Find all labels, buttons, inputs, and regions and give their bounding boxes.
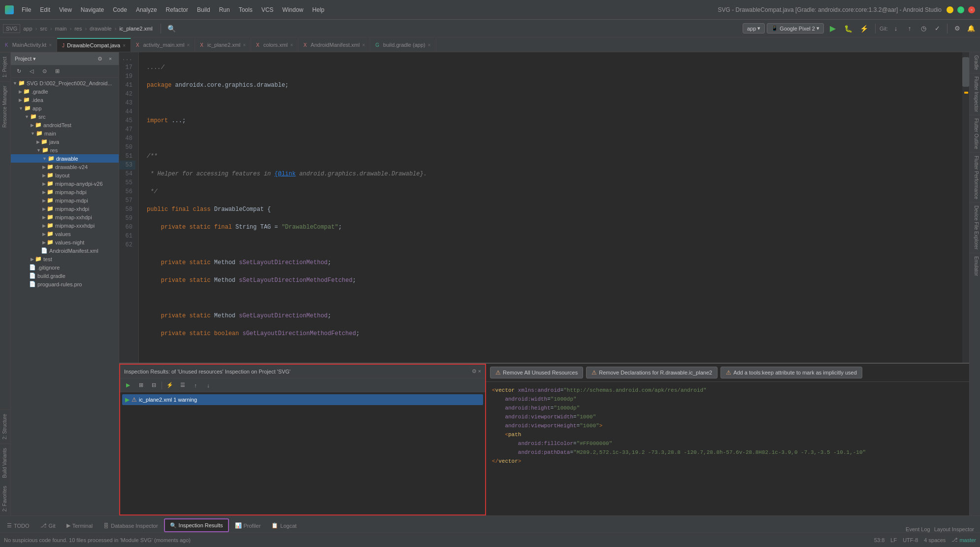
tree-item-mipmap-xxxhdpi[interactable]: ▶ 📁 mipmap-xxxhdpi	[11, 221, 119, 230]
tree-item-buildgradle[interactable]: ▶ 📄 build.gradle	[11, 272, 119, 280]
device-select[interactable]: 📱 Google Pixel 2 ▾	[767, 23, 824, 34]
sidebar-label-favorites[interactable]: 2: Favorites	[0, 482, 10, 515]
tree-item-main[interactable]: ▼ 📁 main	[11, 129, 119, 137]
menu-refactor[interactable]: Refactor	[162, 5, 192, 14]
tree-item-values-night[interactable]: ▶ 📁 values-night	[11, 238, 119, 246]
btab-profiler[interactable]: 📊 Profiler	[230, 518, 266, 532]
search-everywhere-button[interactable]: 🔍	[165, 22, 179, 35]
menu-run[interactable]: Run	[215, 5, 234, 14]
tab-colors-close[interactable]: ×	[290, 42, 293, 48]
tree-item-idea[interactable]: ▶ 📁 .idea	[11, 96, 119, 104]
inspection-close-btn[interactable]: ×	[478, 368, 481, 375]
inspection-settings-btn[interactable]: ⚙	[472, 368, 477, 375]
tree-item-mipmap-xhdpi[interactable]: ▶ 📁 mipmap-xhdpi	[11, 205, 119, 213]
tab-androidmanifest-close[interactable]: ×	[362, 42, 365, 48]
tree-item-drawable[interactable]: ▼ 📁 drawable	[11, 154, 119, 163]
menu-tools[interactable]: Tools	[235, 5, 257, 14]
tree-item-mipmap-hdpi[interactable]: ▶ 📁 mipmap-hdpi	[11, 188, 119, 196]
inspect-collapse-btn[interactable]: ⊟	[148, 379, 160, 391]
right-panel-gradle[interactable]: Gradle	[970, 52, 980, 73]
project-settings-btn[interactable]: ⚙	[96, 54, 104, 63]
tree-item-androidmanifest[interactable]: ▶ 📄 AndroidManifest.xml	[11, 246, 119, 255]
fix-remove-all-button[interactable]: ⚠ Remove All Unused Resources	[490, 367, 583, 378]
tree-item-drawable-v24[interactable]: ▶ 📁 drawable-v24	[11, 163, 119, 171]
run-config-select[interactable]: app ▾	[743, 23, 765, 34]
tree-item-mipmap-anydpi[interactable]: ▶ 📁 mipmap-anydpi-v26	[11, 179, 119, 188]
btab-terminal[interactable]: ▶ Terminal	[62, 518, 98, 532]
sidebar-label-resource-manager[interactable]: Resource Manager	[0, 81, 10, 132]
project-panel-toggle[interactable]: SVG	[3, 24, 20, 33]
maximize-button[interactable]: □	[957, 6, 964, 13]
tab-activitymain-close[interactable]: ×	[187, 42, 190, 48]
menu-code[interactable]: Code	[109, 5, 131, 14]
tree-item-layout[interactable]: ▶ 📁 layout	[11, 171, 119, 179]
btab-todo[interactable]: ☰ TODO	[2, 518, 34, 532]
tree-item-root[interactable]: ▼ 📁 SVG D:\002_Project\002_Android...	[11, 79, 119, 87]
tab-mainactivity[interactable]: K MainActivity.kt ×	[0, 38, 57, 52]
run-button[interactable]: ▶	[826, 22, 840, 35]
right-panel-flutter-inspector[interactable]: Flutter Inspector	[970, 73, 980, 115]
menu-window[interactable]: Window	[278, 5, 307, 14]
tab-drawablecompat[interactable]: J DrawableCompat.java ×	[57, 38, 131, 52]
menu-view[interactable]: View	[55, 5, 76, 14]
btab-git[interactable]: ⎇ Git	[35, 518, 61, 532]
tree-item-src[interactable]: ▼ 📁 src	[11, 112, 119, 121]
minimize-button[interactable]: −	[947, 6, 953, 13]
inspect-expand-btn[interactable]: ⊞	[135, 379, 147, 391]
menu-vcs[interactable]: VCS	[258, 5, 278, 14]
menu-edit[interactable]: Edit	[36, 5, 54, 14]
menu-build[interactable]: Build	[193, 5, 214, 14]
project-expand-btn[interactable]: ⊞	[51, 66, 63, 77]
tab-activitymain[interactable]: X activity_main.xml ×	[131, 38, 195, 52]
close-button[interactable]: ×	[968, 6, 975, 13]
tree-item-test[interactable]: ▶ 📁 test	[11, 255, 119, 263]
tree-item-java[interactable]: ▶ 📁 java	[11, 137, 119, 146]
tree-item-androidtest[interactable]: ▶ 📁 androidTest	[11, 121, 119, 129]
tree-item-values[interactable]: ▶ 📁 values	[11, 230, 119, 238]
tab-drawablecompat-close[interactable]: ×	[123, 43, 126, 48]
inspect-down-btn[interactable]: ↓	[202, 379, 214, 391]
code-editor[interactable]: ... 17 19 41 42 43 44 45 47 48 50 51	[119, 52, 969, 363]
tree-item-gitignore[interactable]: ▶ 📄 .gitignore	[11, 263, 119, 272]
right-panel-flutter-outline[interactable]: Flutter Outline	[970, 115, 980, 153]
notifications-button[interactable]: 🔔	[965, 23, 977, 34]
layout-inspector-link[interactable]: Layout Inspector	[934, 526, 974, 532]
scrollbar-track[interactable]	[962, 52, 969, 363]
right-panel-flutter-performance[interactable]: Flutter Performance	[970, 153, 980, 203]
menu-file[interactable]: File	[18, 5, 35, 14]
git-push-button[interactable]: ↑	[904, 23, 915, 34]
event-log-link[interactable]: Event Log	[906, 526, 930, 532]
profile-button[interactable]: ⚡	[857, 22, 871, 35]
tree-item-gradle[interactable]: ▶ 📁 .gradle	[11, 87, 119, 96]
scrollbar-thumb[interactable]	[962, 57, 969, 87]
inspect-up-btn[interactable]: ↑	[190, 379, 201, 391]
tree-item-mipmap-mdpi[interactable]: ▶ 📁 mipmap-mdpi	[11, 196, 119, 205]
inspect-group-btn[interactable]: ☰	[177, 379, 189, 391]
tree-item-mipmap-xxhdpi[interactable]: ▶ 📁 mipmap-xxhdpi	[11, 213, 119, 221]
inspect-run-btn[interactable]: ▶	[122, 379, 134, 391]
sidebar-label-project[interactable]: 1: Project	[0, 52, 10, 81]
project-collapse-btn[interactable]: ◁	[26, 66, 37, 77]
tree-item-proguard[interactable]: ▶ 📄 proguard-rules.pro	[11, 280, 119, 288]
tab-androidmanifest[interactable]: X AndroidManifest.xml ×	[298, 38, 370, 52]
project-sync-btn[interactable]: ↻	[13, 66, 25, 77]
tab-colors[interactable]: X colors.xml ×	[251, 38, 298, 52]
tab-mainactivity-close[interactable]: ×	[49, 42, 52, 48]
git-update-button[interactable]: ↓	[890, 23, 902, 34]
sidebar-label-structure[interactable]: 2: Structure	[0, 410, 10, 444]
debug-button[interactable]: 🐛	[842, 22, 855, 35]
project-locate-btn[interactable]: ⊙	[38, 66, 50, 77]
tree-item-app[interactable]: ▼ 📁 app	[11, 104, 119, 112]
menu-analyze[interactable]: Analyze	[132, 5, 161, 14]
tab-buildgradle[interactable]: G build.gradle (app) ×	[370, 38, 436, 52]
tree-item-res[interactable]: ▼ 📁 res	[11, 146, 119, 154]
sidebar-label-build-variants[interactable]: Build Variants	[0, 444, 10, 482]
inspection-item-icplane2[interactable]: ▶ ⚠ ic_plane2.xml 1 warning	[122, 394, 483, 405]
right-panel-emulator[interactable]: Emulator	[970, 253, 980, 279]
git-commit-button[interactable]: ✓	[931, 23, 943, 34]
settings-button[interactable]: ⚙	[951, 23, 963, 34]
btab-database-inspector[interactable]: 🗄 Database Inspector	[98, 518, 163, 532]
tab-icplane2[interactable]: X ic_plane2.xml ×	[195, 38, 251, 52]
git-history-button[interactable]: ◷	[917, 23, 929, 34]
menu-navigate[interactable]: Navigate	[77, 5, 108, 14]
